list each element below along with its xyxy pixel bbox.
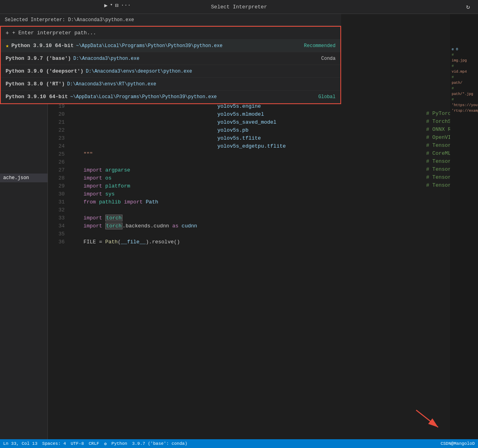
minimap: e 0 # img.jpg # vid.mp4 # path/ # path/*…: [450, 14, 478, 439]
status-brand: CSDN@MangoloD: [440, 441, 475, 446]
interpreter-item-recommended[interactable]: ★ Python 3.9.10 64-bit ~\AppData\Local\P…: [1, 39, 340, 52]
status-spaces[interactable]: Spaces: 4: [42, 441, 66, 446]
selected-interpreter-bar: Selected Interpreter: D:\Anaconda3\pytho…: [0, 14, 341, 26]
code-line-35: [71, 230, 426, 238]
sidebar-item-cache[interactable]: ache.json: [0, 174, 47, 182]
interpreter-item-global[interactable]: Python 3.9.10 64-bit ~\AppData\Local\Pro…: [1, 91, 340, 103]
status-line-ending[interactable]: CRLF: [89, 441, 99, 446]
code-line-34: import torch.backends.cudnn as cudnn: [71, 222, 426, 230]
interp-name-2: Python 3.9.7 ('base'): [6, 55, 71, 61]
code-line-22: yolov5s.pb: [71, 126, 426, 134]
interp-name-3: Python 3.9.0 ('deepsort'): [6, 68, 83, 74]
interpreter-item-base[interactable]: Python 3.9.7 ('base') D:\Anaconda3\pytho…: [1, 52, 340, 65]
interp-path-3: D:\Anaconda3\envs\deepsort\python.exe: [86, 69, 192, 74]
code-line-28: import os: [71, 174, 426, 182]
selected-interpreter-text: Selected Interpreter: D:\Anaconda3\pytho…: [5, 17, 134, 23]
code-line-27: import argparse: [71, 166, 426, 174]
code-line-24: yolov5s_edgetpu.tflite: [71, 142, 426, 150]
interp-badge-global: Global: [318, 94, 336, 100]
status-bar: Ln 33, Col 13 Spaces: 4 UTF-8 CRLF ⚙ Pyt…: [0, 439, 478, 448]
interp-badge-recommended: Recommended: [304, 43, 336, 49]
arrow-annotation: [412, 408, 444, 434]
status-position[interactable]: Ln 33, Col 13: [3, 441, 38, 446]
code-line-21: yolov5s_saved_model: [71, 118, 426, 126]
more-actions-icon[interactable]: ···: [121, 2, 131, 9]
interp-name-1: Python 3.9.10 64-bit: [11, 43, 73, 49]
code-line-26: [71, 158, 426, 166]
split-editor-icon[interactable]: ⊟: [115, 2, 118, 9]
code-line-30: import sys: [71, 190, 426, 198]
status-encoding[interactable]: UTF-8: [71, 441, 84, 446]
code-line-23: yolov5s.tflite: [71, 134, 426, 142]
status-interpreter[interactable]: 3.9.7 ('base': conda): [132, 441, 188, 446]
interpreter-panel: + + Enter interpreter path... ★ Python 3…: [0, 26, 341, 104]
code-line-31: from pathlib import Path: [71, 198, 426, 206]
svg-line-1: [416, 410, 438, 427]
enter-interpreter-path[interactable]: + + Enter interpreter path...: [1, 27, 340, 39]
code-line-32: [71, 206, 426, 214]
interp-path-2: D:\Anaconda3\python.exe: [73, 56, 140, 61]
status-language[interactable]: Python: [111, 441, 127, 446]
code-line-20: yolov5s.mlmodel: [71, 111, 426, 118]
interp-badge-conda: Conda: [321, 56, 336, 61]
interpreter-item-rt[interactable]: Python 3.8.0 ('RT') D:\Anaconda3\envs\RT…: [1, 78, 340, 91]
interp-path-1: ~\AppData\Local\Programs\Python\Python39…: [76, 43, 222, 49]
run-icon[interactable]: ▶: [104, 2, 107, 9]
code-line-33: import torch: [71, 214, 426, 222]
title-bar-title: Select Interpreter: [211, 4, 267, 10]
code-line-36: FILE = Path(__file__).resolve(): [71, 238, 426, 246]
star-icon: ★: [6, 42, 9, 49]
chevron-down-icon[interactable]: ▾: [110, 2, 113, 9]
interp-path-4: D:\Anaconda3\envs\RT\python.exe: [67, 81, 156, 87]
plus-icon: +: [6, 30, 9, 36]
code-line-29: import platform: [71, 182, 426, 190]
refresh-icon[interactable]: ↻: [466, 3, 470, 11]
interp-path-5: ~\AppData\Local\Programs\Python\Python39…: [70, 94, 217, 100]
status-language-icon: ⚙: [104, 441, 107, 446]
interp-name-5: Python 3.9.10 64-bit: [6, 94, 68, 100]
code-line-25: """: [71, 150, 426, 158]
enter-path-label: + Enter interpreter path...: [12, 30, 96, 36]
interpreter-item-deepsort[interactable]: Python 3.9.0 ('deepsort') D:\Anaconda3\e…: [1, 65, 340, 78]
title-bar: Select Interpreter ↻ ▶ ▾ ⊟ ···: [0, 0, 478, 14]
interp-name-4: Python 3.8.0 ('RT'): [6, 81, 65, 87]
top-actions: ▶ ▾ ⊟ ···: [104, 2, 131, 9]
